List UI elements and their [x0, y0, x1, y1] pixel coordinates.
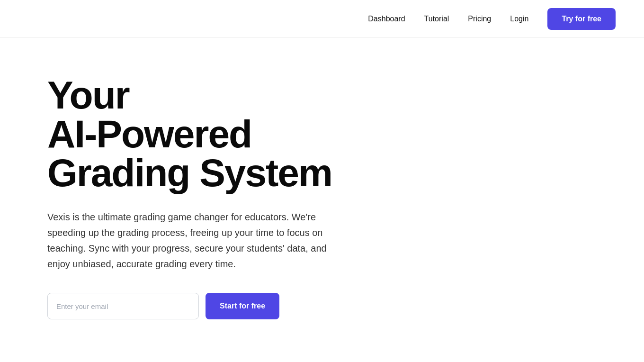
- start-for-free-button[interactable]: Start for free: [206, 293, 279, 319]
- nav-login[interactable]: Login: [510, 15, 528, 23]
- cta-row: Start for free: [47, 293, 360, 319]
- hero-line-ai-powered: AI-Powered: [47, 112, 251, 155]
- hero-heading: Your AI-Powered Grading System: [47, 76, 360, 192]
- try-for-free-button[interactable]: Try for free: [547, 8, 616, 30]
- nav-pricing[interactable]: Pricing: [468, 15, 491, 23]
- hero-line-grading-system: Grading System: [47, 151, 332, 194]
- nav-tutorial[interactable]: Tutorial: [424, 15, 449, 23]
- main-nav: Dashboard Tutorial Pricing Login Try for…: [0, 0, 644, 38]
- hero-line-your: Your: [47, 73, 129, 117]
- hero-section: Your AI-Powered Grading System Vexis is …: [0, 38, 644, 319]
- hero-description: Vexis is the ultimate grading game chang…: [47, 209, 341, 272]
- nav-dashboard[interactable]: Dashboard: [368, 15, 405, 23]
- email-input[interactable]: [47, 293, 199, 319]
